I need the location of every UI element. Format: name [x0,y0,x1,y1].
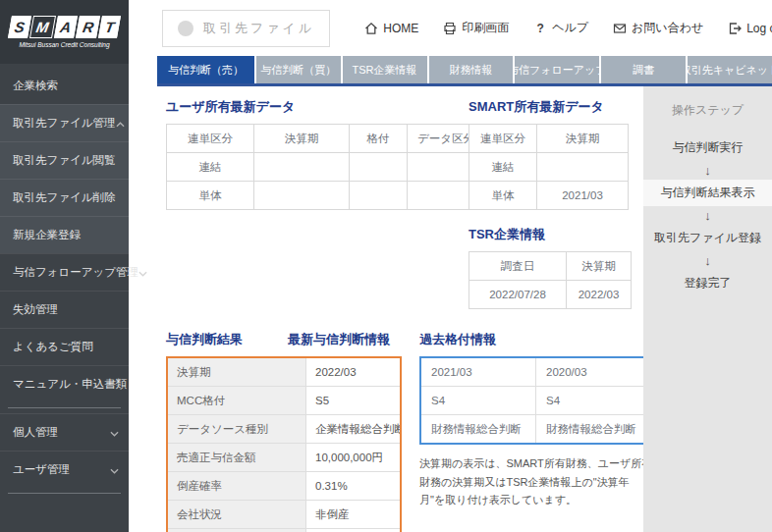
fiscal-period-note: 決算期の表示は、SMART所有財務、ユーザ所有財務の決算期又はTSR企業情報上の… [419,454,653,509]
sidebar-item-expiration-management[interactable]: 失効管理 [0,291,129,328]
judgment-row: 決算期2022/03 [167,357,401,387]
step-registration-complete: 登録完了 [643,270,772,296]
tab-credit-followup[interactable]: 与信フォローアップ [513,56,599,83]
judgment-value: 2023/03/30 [306,529,402,532]
sidebar-menu: 企業検索取引先ファイル管理取引先ファイル閲覧取引先ファイル削除新規企業登録与信フ… [0,64,129,532]
judgment-value: 企業情報総合判断 [306,415,402,444]
sidebar-item-new-company-registration[interactable]: 新規企業登録 [0,216,129,253]
user-data-title: ユーザ所有最新データ [166,98,449,116]
sidebar-item-label: 企業検索 [13,79,58,93]
smart-logo: SMART [8,16,121,38]
tab-client-cabinet[interactable]: 取引先キャビネット [686,56,772,83]
sidebar-item-client-file-delete[interactable]: 取引先ファイル削除 [0,179,129,216]
app-logo[interactable]: SMART Mitsui Bussan Credit Consulting [0,0,129,64]
nav-item-home[interactable]: HOME [364,22,418,35]
judgment-label: 与信判断日 [167,529,306,532]
smart-data-row: 単体2021/03 [469,182,629,210]
sidebar-item-label: マニュアル・申込書類 [13,377,127,392]
sidebar-divider [8,493,121,494]
judgment-value: 非倒産 [306,501,402,529]
judgment-row: MCC格付S5 [167,387,401,415]
top-header: 取引先ファイル HOME印刷画面?ヘルプお問い合わせLog off [129,0,772,56]
user-data-cell [350,153,408,182]
chevron-down-icon [110,464,119,476]
step-arrow-icon: ↓ [643,209,772,222]
tsr-info-cell: 2022/03 [567,281,632,309]
smart-data-header-cell: 連単区分 [469,125,537,153]
company-file-button[interactable]: 取引先ファイル [162,10,330,47]
smart-latest-data-table: 連単区分決算期連結単体2021/03 [469,124,629,210]
sidebar-item-label: ユーザ管理 [13,462,70,477]
chevron-down-icon [138,267,147,279]
status-circle-icon [178,21,193,36]
judgment-row: データソース種別企業情報総合判断 [167,415,401,444]
past-rating-cell: S4 [536,387,652,415]
tab-bar: 与信判断（売）与信判断（買）TSR企業情報財務情報与信フォローアップ調書取引先キ… [157,56,772,86]
sidebar-item-credit-followup-management[interactable]: 与信フォローアップ管理 [0,253,129,291]
judgment-value: 0.31% [306,472,402,501]
user-data-cell: 連結 [167,153,254,182]
judgment-row: 売適正与信金額10,000,000円 [167,444,401,472]
sidebar-item-label: よくあるご質問 [13,340,93,354]
sidebar-item-client-file-management[interactable]: 取引先ファイル管理 [0,104,129,141]
judgment-label: 会社状況 [167,501,306,529]
logout-icon [728,22,742,35]
judgment-row: 与信判断日2023/03/30 [167,529,401,532]
nav-label-logoff: Log off [746,22,772,35]
company-file-label: 取引先ファイル [203,20,314,37]
tab-tsr-company-info[interactable]: TSR企業情報 [341,56,427,83]
sidebar-item-faq[interactable]: よくあるご質問 [0,328,129,365]
chevron-up-icon [116,118,125,130]
user-data-cell [350,182,408,210]
judgment-title: 与信判断結果 [166,331,288,348]
sidebar-item-client-file-view[interactable]: 取引先ファイル閲覧 [0,141,129,179]
chevron-down-icon [110,427,119,439]
nav-item-contact[interactable]: お問い合わせ [613,20,703,36]
step-arrow-icon: ↓ [643,254,772,267]
user-data-cell: 単体 [167,182,254,210]
nav-item-help[interactable]: ?ヘルプ [533,20,588,36]
sidebar-item-company-search[interactable]: 企業検索 [0,68,129,104]
nav-label-help: ヘルプ [552,20,588,36]
top-navigation: HOME印刷画面?ヘルプお問い合わせLog off [364,20,772,36]
judgment-label: 倒産確率 [167,472,306,501]
judgment-value: 2022/03 [306,357,402,387]
smart-data-cell: 連結 [469,153,537,182]
tab-credit-judgment-buy[interactable]: 与信判断（買） [254,56,341,83]
past-rating-title: 過去格付情報 [419,331,652,348]
nav-label-contact: お問い合わせ [632,20,703,36]
sidebar-item-label: 個人管理 [13,425,58,440]
nav-label-print: 印刷画面 [462,20,509,36]
sidebar-item-personal-management[interactable]: 個人管理 [0,413,129,451]
tab-report[interactable]: 調書 [599,56,686,83]
tab-financial-info[interactable]: 財務情報 [427,56,514,83]
sidebar-item-user-management[interactable]: ユーザ管理 [0,451,129,488]
past-rating-cell: 財務情報総合判断 [420,415,536,445]
user-data-header-cell: 格付 [350,125,408,153]
step-credit-judgment-result: 与信判断結果表示 [643,180,772,206]
step-client-file-register: 取引先ファイル登録 [643,225,772,251]
past-rating-table: 2021/032020/03S4S4財務情報総合判断財務情報総合判断 [419,356,652,445]
judgment-label: データソース種別 [167,415,306,444]
help-icon: ? [533,22,547,35]
logo-letter: T [98,16,121,38]
judgment-row: 倒産確率0.31% [167,472,401,501]
user-latest-data-table: 連単区分決算期格付データ区分連結単体 [166,124,485,210]
smart-data-cell [537,153,629,182]
sidebar-item-manual-application-documents[interactable]: マニュアル・申込書類 [0,365,129,402]
smart-data-title: SMART所有最新データ [469,98,632,116]
mail-icon [613,22,627,35]
judgment-value: S5 [306,387,402,415]
nav-label-home: HOME [383,22,418,35]
step-credit-judgment-execute: 与信判断実行 [643,134,772,161]
sidebar-item-label: 与信フォローアップ管理 [13,265,138,280]
nav-item-print[interactable]: 印刷画面 [443,20,509,36]
past-rating-row: 2021/032020/03 [420,357,651,387]
steps-title: 操作ステップ [643,102,772,119]
user-data-cell [254,182,350,210]
nav-item-logoff[interactable]: Log off [728,22,772,35]
tab-credit-judgment-sell[interactable]: 与信判断（売） [157,56,254,83]
logo-letter: R [76,16,100,38]
printer-icon [443,22,457,35]
logo-letter: A [53,16,78,38]
